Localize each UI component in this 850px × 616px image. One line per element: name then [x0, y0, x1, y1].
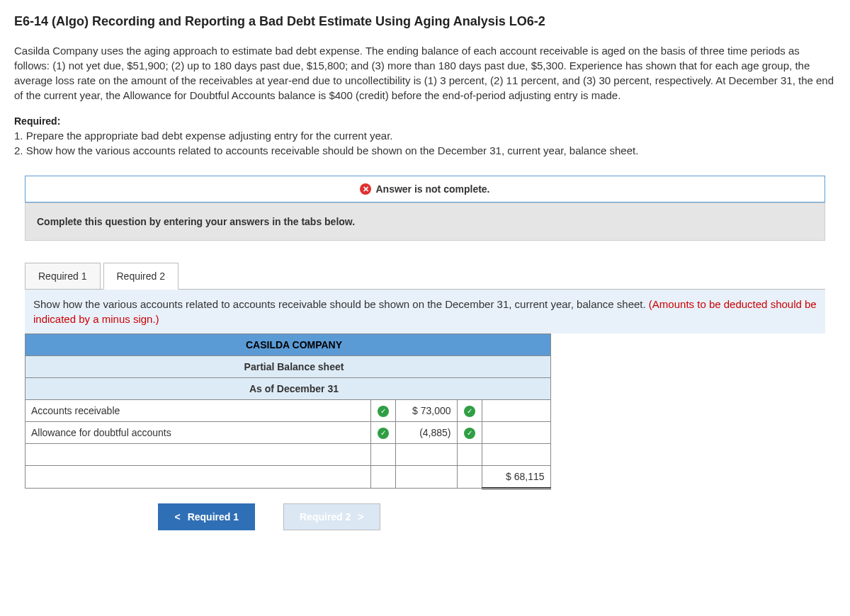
row2-label[interactable]: Allowance for doubtful accounts [26, 422, 371, 444]
row3-value[interactable] [395, 444, 457, 466]
empty-header-left [26, 334, 218, 356]
empty-sub-right [370, 356, 550, 378]
required-item-2: 2. Show how the various accounts related… [14, 143, 836, 158]
asof-header: As of December 31 [217, 378, 370, 400]
row1-check-right: ✓ [457, 400, 482, 422]
table-row [26, 444, 551, 466]
table-row: Accounts receivable ✓ $ 73,000 ✓ [26, 400, 551, 422]
row2-value[interactable]: (4,885) [395, 422, 457, 444]
row4-check-right [457, 466, 482, 489]
balance-sheet-table: CASILDA COMPANY Partial Balance sheet As… [25, 333, 551, 489]
tab-instruction-text: Show how the various accounts related to… [33, 298, 649, 310]
row2-check-right: ✓ [457, 422, 482, 444]
empty-header-right [370, 334, 550, 356]
check-icon: ✓ [464, 406, 475, 417]
status-banner: ✕ Answer is not complete. [25, 176, 825, 203]
nav-buttons: < Required 1 Required 2 > [25, 503, 514, 530]
next-button[interactable]: Required 2 > [283, 503, 380, 530]
error-icon: ✕ [360, 183, 371, 195]
row4-check-left [370, 466, 395, 489]
required-item-1: 1. Prepare the appropriate bad debt expe… [14, 128, 836, 143]
row2-total[interactable] [482, 422, 550, 444]
chevron-right-icon: > [358, 511, 363, 523]
company-header: CASILDA COMPANY [217, 334, 370, 356]
table-row: $ 68,115 [26, 466, 551, 489]
prev-button[interactable]: < Required 1 [158, 503, 255, 530]
row3-total[interactable] [482, 444, 550, 466]
row4-value[interactable] [395, 466, 457, 489]
tab-strip: Required 1 Required 2 [25, 262, 836, 289]
next-label: Required 2 [300, 511, 351, 523]
problem-body: Casilda Company uses the aging approach … [14, 43, 836, 103]
required-list: 1. Prepare the appropriate bad debt expe… [14, 128, 836, 158]
row4-label[interactable] [26, 466, 371, 489]
problem-title: E6-14 (Algo) Recording and Reporting a B… [14, 14, 836, 29]
check-icon: ✓ [378, 428, 389, 439]
tab-required-2[interactable]: Required 2 [103, 263, 179, 290]
row1-total[interactable] [482, 400, 550, 422]
empty-asof-left [26, 378, 218, 400]
row1-check-left: ✓ [370, 400, 395, 422]
empty-sub-left [26, 356, 218, 378]
row3-check-right [457, 444, 482, 466]
row1-value[interactable]: $ 73,000 [395, 400, 457, 422]
sheet-title: Partial Balance sheet [217, 356, 370, 378]
row3-label[interactable] [26, 444, 371, 466]
check-icon: ✓ [464, 428, 475, 439]
tab-instructions: Show how the various accounts related to… [25, 289, 825, 333]
row2-check-left: ✓ [370, 422, 395, 444]
row4-total[interactable]: $ 68,115 [482, 466, 550, 489]
status-text: Answer is not complete. [375, 183, 489, 195]
table-row: Allowance for doubtful accounts ✓ (4,885… [26, 422, 551, 444]
required-label: Required: [14, 115, 836, 127]
tab-required-1[interactable]: Required 1 [25, 263, 101, 290]
empty-asof-right [370, 378, 550, 400]
row3-check-left [370, 444, 395, 466]
chevron-left-icon: < [174, 511, 180, 523]
instruction-bar: Complete this question by entering your … [25, 203, 825, 241]
prev-label: Required 1 [188, 511, 239, 523]
check-icon: ✓ [378, 406, 389, 417]
row1-label[interactable]: Accounts receivable [26, 400, 371, 422]
